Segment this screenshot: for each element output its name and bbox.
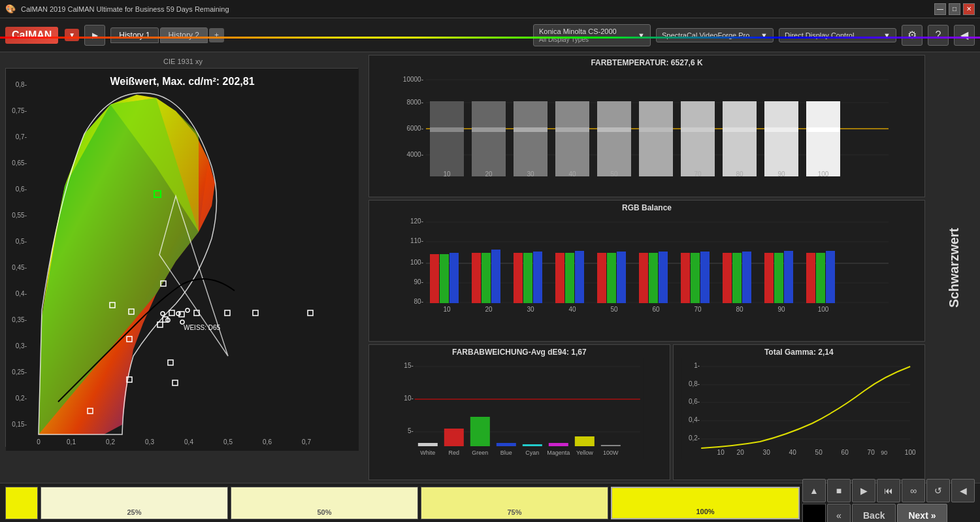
svg-text:Red: Red	[449, 449, 460, 456]
svg-text:100: 100	[818, 171, 829, 178]
svg-rect-71	[597, 127, 631, 132]
right-panels: FARBTEMPERATUR: 6527,6 K 10000- 8000- 60…	[366, 52, 928, 483]
svg-rect-117	[617, 252, 626, 303]
svg-rect-131	[816, 253, 825, 303]
cie-chart: 0,8- 0,75- 0,7- 0,65- 0,6- 0,55- 0,5- 0,…	[5, 68, 358, 447]
titlebar-icon: 🎨	[5, 4, 16, 14]
svg-text:100W: 100W	[603, 449, 619, 456]
svg-text:70: 70	[694, 171, 702, 178]
svg-text:WEISS: D65: WEISS: D65	[184, 324, 221, 331]
svg-text:50: 50	[815, 449, 823, 456]
svg-text:10-: 10-	[404, 395, 413, 402]
svg-text:15-: 15-	[404, 362, 413, 369]
play-button[interactable]: ▶	[84, 25, 105, 46]
black-square	[802, 504, 826, 523]
svg-text:80-: 80-	[414, 298, 423, 305]
svg-text:80: 80	[736, 306, 743, 313]
svg-text:Yellow: Yellow	[576, 449, 593, 456]
svg-rect-64	[472, 101, 506, 176]
stop-button[interactable]: ■	[827, 479, 851, 502]
settings-button[interactable]: ⚙	[902, 25, 923, 46]
svg-text:Green: Green	[472, 449, 488, 456]
svg-text:0,4-: 0,4-	[689, 416, 700, 423]
close-button[interactable]: ✕	[963, 3, 975, 15]
loop-button[interactable]: ∞	[902, 479, 925, 502]
skip-button[interactable]: ⏮	[877, 479, 900, 502]
svg-rect-69	[555, 127, 589, 132]
rgb-balance-chart: 120- 110- 100- 90- 80-	[372, 214, 922, 315]
svg-text:20: 20	[485, 171, 493, 178]
history-tab-1[interactable]: History 1	[110, 27, 158, 43]
device1-dropdown[interactable]: Konica Minolta CS-2000 All Display Types…	[533, 24, 651, 46]
svg-text:20: 20	[736, 449, 744, 456]
svg-text:0,25-: 0,25-	[12, 368, 27, 376]
svg-rect-113	[565, 253, 574, 303]
cie-svg: 0,8- 0,75- 0,7- 0,65- 0,6- 0,55- 0,5- 0,…	[6, 69, 359, 451]
svg-rect-121	[681, 253, 690, 303]
scroll-up-button[interactable]: ▲	[802, 479, 826, 502]
device2-dropdown[interactable]: SpectraCal VideoForge Pro ▼	[656, 28, 774, 42]
swatch-25[interactable]: 25%	[41, 487, 228, 519]
svg-text:6000-: 6000-	[406, 125, 423, 132]
maximize-button[interactable]: □	[949, 3, 960, 15]
next-button[interactable]: Next »	[897, 504, 947, 523]
svg-text:0,35-: 0,35-	[12, 316, 27, 323]
svg-rect-151	[418, 443, 438, 446]
svg-rect-78	[764, 101, 798, 176]
titlebar: 🎨 CalMAN 2019 CalMAN Ultimate for Busine…	[0, 0, 980, 18]
svg-text:0,55-: 0,55-	[12, 212, 27, 219]
svg-text:10: 10	[717, 449, 725, 456]
play-nav-button[interactable]: ▶	[852, 479, 875, 502]
svg-rect-115	[597, 253, 606, 303]
svg-rect-126	[742, 252, 751, 303]
svg-rect-107	[482, 253, 491, 303]
history-tab-2[interactable]: History 2	[160, 27, 208, 43]
svg-rect-124	[723, 253, 732, 303]
svg-text:0,15-: 0,15-	[12, 421, 27, 428]
farbabweichung-section: FARBABWEICHUNG-Avg dE94: 1,67 15- 10- 5-	[368, 344, 670, 480]
swatch-100[interactable]: 100%	[611, 487, 800, 519]
svg-rect-77	[723, 127, 757, 132]
main-content: CIE 1931 xy 0,8- 0,75- 0,7- 0,65- 0,6- 0…	[0, 52, 980, 483]
svg-text:60: 60	[841, 449, 849, 456]
swatch-50[interactable]: 50%	[231, 487, 418, 519]
calman-logo-dropdown[interactable]: ▼	[65, 29, 79, 41]
svg-text:0,75-: 0,75-	[12, 107, 27, 114]
help-button[interactable]: ?	[928, 25, 949, 46]
svg-text:100-: 100-	[410, 259, 423, 266]
device3-dropdown[interactable]: Direct Display Control ▼	[779, 28, 896, 42]
svg-text:30: 30	[527, 171, 534, 178]
svg-text:110-: 110-	[410, 237, 423, 244]
svg-text:50: 50	[610, 306, 618, 313]
active-color-swatch	[5, 487, 38, 519]
svg-text:0,6-: 0,6-	[16, 186, 27, 193]
total-gamma-section: Total Gamma: 2,14 1- 0,8- 0,6- 0,4- 0,2-	[673, 344, 925, 480]
svg-text:0,7-: 0,7-	[16, 133, 27, 140]
svg-rect-79	[764, 127, 798, 132]
svg-text:5-: 5-	[408, 427, 414, 434]
farbtemperatur-chart: 10000- 8000- 6000- 4000-	[372, 69, 922, 183]
total-gamma-title: Total Gamma: 2,14	[676, 348, 922, 357]
svg-rect-120	[659, 252, 668, 303]
nav-controls: ▲ ■ ▶ ⏮ ∞ ↺ ◀ « Back Next »	[802, 479, 975, 523]
prev-prev-button[interactable]: «	[827, 504, 851, 523]
cie-chart-title: CIE 1931 xy	[5, 57, 361, 65]
minimize-button[interactable]: —	[934, 3, 946, 15]
svg-rect-68	[555, 101, 589, 176]
svg-text:100: 100	[818, 306, 829, 313]
svg-rect-156	[549, 443, 568, 446]
expand-button[interactable]: ◀	[954, 25, 975, 46]
back-button[interactable]: Back	[852, 504, 896, 523]
svg-rect-158	[601, 445, 621, 446]
svg-rect-111	[533, 252, 542, 303]
svg-rect-112	[555, 253, 564, 303]
svg-text:0,8-: 0,8-	[689, 380, 700, 387]
calman-logo: CalMAN	[5, 27, 58, 44]
total-gamma-chart: 1- 0,8- 0,6- 0,4- 0,2-	[676, 358, 922, 459]
svg-rect-132	[826, 251, 835, 303]
farbtemperatur-title: FARBTEMPERATUR: 6527,6 K	[372, 58, 922, 67]
history-tabs: History 1 History 2 +	[110, 27, 224, 43]
svg-text:0,8-: 0,8-	[16, 81, 27, 88]
add-history-tab[interactable]: +	[209, 28, 224, 42]
swatch-75[interactable]: 75%	[421, 487, 608, 519]
